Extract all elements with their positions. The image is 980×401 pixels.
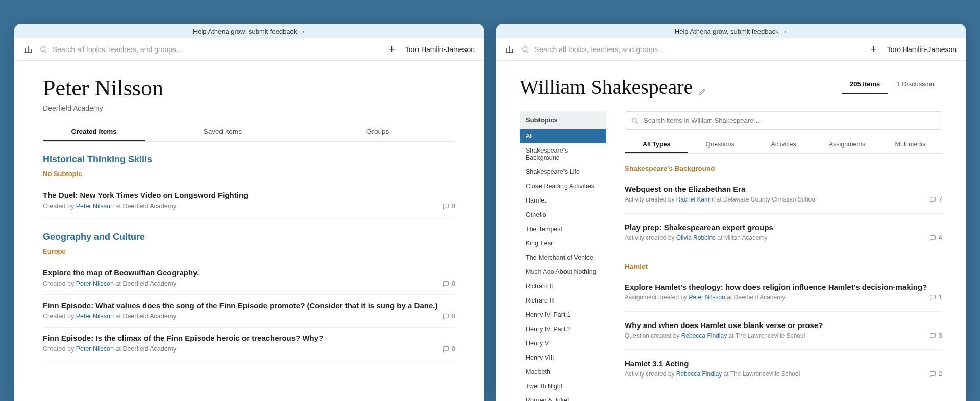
section-heading-link[interactable]: Geography and Culture (43, 232, 145, 242)
feedback-banner[interactable]: Help Athena grow, submit feedback → (14, 24, 484, 38)
sidebar-item[interactable]: Richard II (520, 279, 606, 293)
logo-icon[interactable] (23, 44, 33, 55)
svg-line-1 (44, 51, 46, 53)
comment-number: 1 (939, 294, 942, 301)
result-section: Shakespeare's BackgroundWebquest on the … (625, 165, 942, 247)
tab-created-items[interactable]: Created Items (43, 122, 145, 141)
sidebar-item[interactable]: All (520, 129, 606, 143)
item-title: Why and when does Hamlet use blank verse… (625, 321, 942, 330)
tab-items-count[interactable]: 205 Items (842, 75, 888, 94)
creator-link[interactable]: Rebecca Findlay (676, 370, 722, 378)
comment-count[interactable]: 0 (443, 203, 455, 210)
school-name: Delaware County Christian School (723, 196, 817, 203)
sidebar-item[interactable]: The Tempest (520, 222, 606, 236)
comment-count[interactable]: 1 (929, 294, 942, 301)
add-button[interactable]: + (385, 43, 398, 56)
feedback-banner[interactable]: Help Athena grow, submit feedback → (496, 24, 966, 38)
comment-count[interactable]: 0 (443, 345, 455, 353)
sidebar-item[interactable]: Richard III (520, 293, 606, 308)
tab-saved-items[interactable]: Saved Items (145, 122, 300, 141)
sidebar-heading: Subtopics (520, 111, 606, 129)
meta-prefix: Created by (43, 345, 74, 353)
svg-point-0 (41, 47, 45, 52)
global-search[interactable] (522, 45, 860, 54)
list-item[interactable]: Why and when does Hamlet use blank verse… (625, 316, 942, 345)
creator-link[interactable]: Rebecca Findlay (681, 332, 727, 339)
sidebar-item[interactable]: Henry V (520, 336, 606, 350)
meta-at: at (729, 332, 734, 339)
comment-count[interactable]: 3 (929, 332, 942, 339)
list-item[interactable]: Explore the map of Beowulfian Geography.… (43, 262, 455, 295)
sidebar-item[interactable]: The Merchant of Venice (520, 250, 606, 265)
comment-icon (929, 235, 936, 241)
school-name: Milton Academy (724, 234, 768, 241)
meta-by: created by (651, 332, 679, 339)
creator-link[interactable]: Peter Nilsson (76, 345, 114, 353)
logo-icon[interactable] (505, 44, 514, 55)
creator-link[interactable]: Peter Nilsson (76, 280, 114, 287)
item-search[interactable] (625, 111, 942, 130)
type-tab-questions[interactable]: Questions (688, 137, 751, 153)
creator-link[interactable]: Rachel Kamm (676, 196, 715, 203)
item-title: Play prep: Shakespearean expert groups (625, 223, 942, 232)
school-name: Deerfield Academy (122, 313, 176, 320)
sidebar-item[interactable]: King Lear (520, 236, 606, 250)
item-meta: Created by Peter Nilsson at Deerfield Ac… (43, 345, 455, 353)
meta-by: created by (646, 234, 674, 241)
comment-count[interactable]: 0 (443, 280, 455, 287)
search-icon (631, 116, 639, 125)
comment-count[interactable]: 4 (929, 234, 942, 241)
sidebar-item[interactable]: Henry VIII (520, 350, 606, 365)
creator-link[interactable]: Peter Nilsson (76, 313, 114, 320)
sidebar-item[interactable]: Twelfth Night (520, 379, 606, 393)
sidebar-item[interactable]: Hamlet (520, 193, 606, 208)
item-title: Explore the map of Beowulfian Geography. (43, 268, 455, 277)
school-name: Deerfield Academy (734, 294, 786, 301)
sidebar-item[interactable]: Henry IV, Part 2 (520, 322, 606, 336)
type-tab-assignments[interactable]: Assignments (815, 137, 878, 153)
item-title: Finn Episode: What values does the song … (43, 301, 455, 310)
meta-at: at (723, 370, 728, 378)
comment-number: 0 (452, 313, 455, 320)
list-item[interactable]: Explore Hamlet's theology: how does reli… (625, 278, 942, 307)
add-button[interactable]: + (867, 43, 880, 56)
list-item[interactable]: Play prep: Shakespearean expert groupsAc… (625, 218, 942, 247)
type-tab-all[interactable]: All Types (625, 137, 688, 153)
sidebar-item[interactable]: Close Reading Activities (520, 179, 606, 193)
list-item[interactable]: Finn Episode: Is the climax of the Finn … (43, 328, 455, 360)
item-search-input[interactable] (644, 117, 936, 124)
creator-link[interactable]: Peter Nilsson (689, 294, 725, 301)
creator-link[interactable]: Olivia Robbins (676, 234, 716, 241)
sidebar-item[interactable]: Shakespeare's Background (520, 143, 606, 165)
sidebar-item[interactable]: Shakespeare's Life (520, 165, 606, 179)
type-tab-activities[interactable]: Activities (752, 137, 815, 153)
edit-icon[interactable] (699, 87, 706, 95)
sidebar-item[interactable]: Macbeth (520, 365, 606, 379)
section-heading-link[interactable]: Historical Thinking Skills (43, 154, 152, 165)
sidebar-item[interactable]: Much Ado About Nothing (520, 265, 606, 279)
meta-by: created by (646, 196, 674, 203)
sidebar-item[interactable]: Othello (520, 208, 606, 222)
sidebar-item[interactable]: Henry IV, Part 1 (520, 308, 606, 322)
school-name: Deerfield Academy (122, 203, 176, 210)
comment-count[interactable]: 7 (929, 196, 942, 203)
list-item[interactable]: The Duel: New York Times Video on Longsw… (43, 185, 455, 217)
item-kind: Activity (625, 234, 644, 241)
list-item[interactable]: Finn Episode: What values does the song … (43, 295, 455, 328)
global-search[interactable] (40, 45, 378, 54)
comment-count[interactable]: 0 (443, 313, 455, 320)
search-input[interactable] (534, 45, 860, 54)
comment-number: 0 (452, 345, 455, 353)
search-input[interactable] (53, 45, 378, 54)
section-label: Shakespeare's Background (625, 165, 942, 172)
current-user[interactable]: Toro Hamlin-Jameson (405, 45, 475, 54)
tab-discussion-count[interactable]: 1 Discussion (888, 75, 942, 94)
type-tab-multimedia[interactable]: Multimedia (879, 137, 942, 153)
sidebar-item[interactable]: Romeo & Juliet (520, 393, 606, 401)
current-user[interactable]: Toro Hamlin-Jameson (887, 45, 957, 54)
list-item[interactable]: Hamlet 3.1 ActingActivity created by Reb… (625, 354, 942, 384)
tab-groups[interactable]: Groups (300, 122, 455, 141)
creator-link[interactable]: Peter Nilsson (76, 203, 114, 210)
comment-count[interactable]: 2 (929, 370, 942, 378)
list-item[interactable]: Webquest on the Elizabethan EraActivity … (625, 180, 942, 209)
